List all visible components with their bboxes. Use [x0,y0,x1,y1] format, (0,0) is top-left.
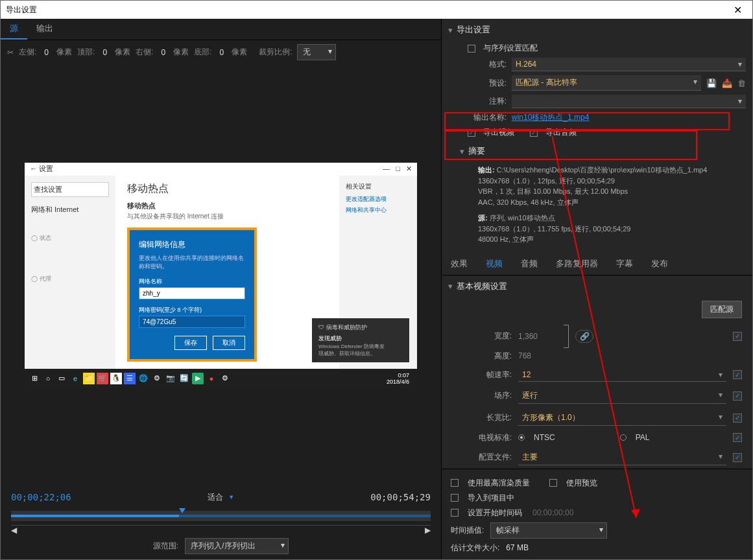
preview-area: ← 设置 — □ ✕ 查找设置 网络和 Internet ◯ 状态 ◯ 代理 移… [1,64,441,486]
crop-ratio-select[interactable]: 无 [297,44,336,60]
source-range-select[interactable]: 序列切入/序列切出 [185,538,289,554]
tab-caption[interactable]: 字幕 [607,253,642,275]
crop-icon[interactable]: ✂ [7,48,14,57]
field-select[interactable]: 逐行 [518,388,726,404]
tab-output[interactable]: 输出 [27,19,62,40]
use-preview-checkbox[interactable] [549,479,557,487]
interp-select[interactable]: 帧采样 [490,522,607,539]
tab-effect[interactable]: 效果 [442,253,477,275]
tv-check[interactable] [733,433,742,442]
import-project-checkbox[interactable] [451,494,459,502]
chevron-down-icon[interactable] [448,281,453,291]
defender-notification: 🛡 病毒和威胁防护 发现威胁 Windows Defender 防病毒发现威胁。… [312,318,409,362]
tab-audio[interactable]: 音频 [512,253,547,275]
preview-taskbar: ⊞ ○ ▭ e 📁 🛒 🐧 ☰ 🌐 ⚙ 📷 🔄 ▶ ● [25,369,417,388]
max-quality-checkbox[interactable] [451,479,459,487]
window-title: 导出设置 [6,5,37,16]
profile-select[interactable]: 主要 [518,450,726,465]
fps-check[interactable] [733,370,742,379]
left-panel: 源 输出 ✂ 左侧:0像素 顶部:0像素 右侧:0像素 底部:0像素 裁剪比例:… [1,19,442,559]
preview-tabs: 源 输出 [1,19,441,40]
timeline-scrubber[interactable] [11,511,431,521]
fps-select[interactable]: 12 [518,368,726,382]
export-settings-header: 导出设置 [457,24,490,36]
link-icon[interactable]: 🔗 [575,330,593,343]
tab-mux[interactable]: 多路复用器 [547,253,607,275]
video-settings-header: 基本视频设置 [457,281,507,292]
field-check[interactable] [733,391,742,401]
match-sequence-checkbox[interactable] [468,45,475,52]
chevron-down-icon[interactable] [448,25,453,35]
title-bar: 导出设置 ✕ [1,1,752,19]
start-timecode-checkbox[interactable] [451,509,459,517]
highlighted-dialog: 编辑网络信息 更改他人在使用你共享的连接时的网络名称和密码。 网络名称 网络密码… [127,228,257,362]
profile-check[interactable] [733,453,742,462]
aspect-check[interactable] [733,414,742,423]
delete-preset-icon[interactable]: 🗑 [737,78,746,88]
tab-video[interactable]: 视频 [477,253,512,275]
ntsc-radio[interactable] [518,434,525,441]
crop-bar: ✂ 左侧:0像素 顶部:0像素 右侧:0像素 底部:0像素 裁剪比例: 无 [1,40,441,64]
import-preset-icon[interactable]: 📥 [722,78,732,88]
fit-select[interactable]: 适合 [208,493,223,502]
annotation-box-2 [444,130,697,160]
preview-image: ← 设置 — □ ✕ 查找设置 网络和 Internet ◯ 状态 ◯ 代理 移… [25,163,417,388]
format-select[interactable]: H.264 [512,58,746,71]
annotation-box-1 [444,112,730,130]
timecode-current[interactable]: 00;00;22;06 [11,492,71,502]
dimension-check[interactable] [733,332,742,341]
tab-source[interactable]: 源 [1,19,27,40]
timecode-total: 00;00;54;29 [370,492,431,502]
pal-radio[interactable] [620,434,627,441]
match-source-button[interactable]: 匹配源 [702,301,742,318]
right-panel: 导出设置 与序列设置匹配 格式: H.264 预设: 匹配源 - 高比特率 💾 … [442,19,752,559]
source-range-label: 源范围: [153,541,178,552]
tab-publish[interactable]: 发布 [642,253,677,275]
close-icon[interactable]: ✕ [728,4,747,16]
preset-select[interactable]: 匹配源 - 高比特率 [512,75,701,91]
comment-input[interactable] [512,95,746,108]
aspect-select[interactable]: 方形像素（1.0） [518,410,726,426]
save-preset-icon[interactable]: 💾 [706,78,717,88]
